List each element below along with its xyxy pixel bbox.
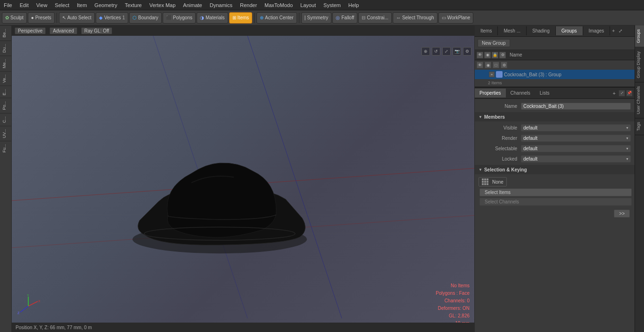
auto-select-button[interactable]: ↖ Auto Select bbox=[59, 12, 95, 24]
group-eye-icon[interactable]: 👁 bbox=[477, 62, 483, 68]
rs-tab-user-channels[interactable]: User Channels bbox=[635, 82, 644, 119]
groups-panel: New Group 👁 ◉ 🔒 ⚙ Name 👁 ◉ □ ⚙ bbox=[475, 37, 635, 332]
polygons-button[interactable]: ⬛ Polygons bbox=[163, 12, 196, 24]
group-lock-icon[interactable]: □ bbox=[493, 62, 499, 68]
props-tab-properties[interactable]: Properties bbox=[475, 89, 506, 97]
name-value[interactable] bbox=[521, 103, 631, 110]
menu-texture[interactable]: Texture bbox=[121, 1, 146, 9]
render-select[interactable]: default bbox=[521, 135, 631, 142]
action-center-icon: ⊕ bbox=[260, 15, 264, 20]
tab-shading[interactable]: Shading bbox=[527, 26, 556, 35]
menu-view[interactable]: View bbox=[33, 1, 51, 9]
ray-gl-button[interactable]: Ray GL: Off bbox=[81, 27, 113, 34]
sidebar-tab-ve[interactable]: Ve... bbox=[0, 71, 11, 86]
menu-geometry[interactable]: Geometry bbox=[91, 1, 121, 9]
menu-layout[interactable]: Layout bbox=[297, 1, 320, 9]
visible-select-container[interactable]: default bbox=[521, 124, 631, 131]
locked-select[interactable]: default bbox=[521, 155, 631, 162]
eye-icon[interactable]: 👁 bbox=[477, 52, 483, 58]
group-toggle-icon[interactable]: + bbox=[489, 72, 495, 77]
expand-right-icon[interactable]: + bbox=[610, 27, 617, 34]
name-input[interactable] bbox=[521, 103, 631, 110]
visible-select[interactable]: default bbox=[521, 124, 631, 131]
constraints-button[interactable]: ⊟ Constrai... bbox=[358, 12, 392, 24]
new-group-button[interactable]: New Group bbox=[478, 39, 510, 47]
menu-dynamics[interactable]: Dynamics bbox=[206, 1, 236, 9]
tab-images[interactable]: Images bbox=[583, 26, 611, 35]
sidebar-tab-uv[interactable]: UV... bbox=[0, 126, 11, 141]
collapse-right-icon[interactable]: ⤢ bbox=[617, 27, 624, 34]
advanced-button[interactable]: Advanced bbox=[50, 27, 77, 34]
menu-maxtomodo[interactable]: MaxToModo bbox=[261, 1, 297, 9]
menu-render[interactable]: Render bbox=[236, 1, 261, 9]
tab-mesh[interactable]: Mesh ... bbox=[498, 26, 527, 35]
select-through-button[interactable]: ↔ Select Through bbox=[393, 12, 438, 24]
sidebar-tab-be[interactable]: Be... bbox=[0, 25, 11, 40]
menu-animate[interactable]: Animate bbox=[179, 1, 206, 9]
rs-tab-groups[interactable]: Groups bbox=[635, 25, 644, 48]
presets-button[interactable]: ● Presets bbox=[28, 12, 55, 24]
selectable-select[interactable]: default bbox=[521, 145, 631, 152]
sidebar-tab-po[interactable]: Po... bbox=[0, 98, 11, 113]
viewport-move-icon[interactable]: ⊕ bbox=[421, 47, 430, 56]
select-channels-button[interactable]: Select Channels bbox=[479, 198, 632, 206]
sculpt-icon: ✿ bbox=[5, 15, 9, 20]
group-expand-icon[interactable]: ⚙ bbox=[501, 62, 507, 68]
falloff-icon: ◎ bbox=[336, 15, 340, 20]
none-button[interactable]: None bbox=[479, 177, 507, 186]
falloff-button[interactable]: ◎ Falloff bbox=[332, 12, 357, 24]
props-tab-add[interactable]: + bbox=[610, 89, 619, 97]
settings-icon[interactable]: ⚙ bbox=[499, 52, 506, 58]
viewport-rotate-icon[interactable]: ↺ bbox=[432, 47, 440, 56]
workplane-button[interactable]: ▭ WorkPlane bbox=[438, 12, 474, 24]
group-item-cockroach[interactable]: + Cockroach_Bait (3) : Group bbox=[475, 70, 635, 79]
viewport[interactable]: Perspective Advanced Ray GL: Off bbox=[12, 25, 474, 332]
selectable-select-container[interactable]: default bbox=[521, 145, 631, 152]
viewport-settings-icon[interactable]: ⚙ bbox=[463, 47, 471, 56]
props-pin-icon[interactable]: 📌 bbox=[626, 90, 633, 97]
viewport-canvas[interactable]: ⊕ ↺ ⤢ 📷 ⚙ X Y Z No Items P bbox=[12, 36, 474, 332]
members-section-header[interactable]: ▼ Members bbox=[475, 112, 635, 121]
render-icon[interactable]: ◉ bbox=[484, 52, 491, 58]
sidebar-tab-du[interactable]: Du... bbox=[0, 40, 11, 56]
vertices-button[interactable]: ◆ Vertices 1 bbox=[96, 12, 128, 24]
perspective-button[interactable]: Perspective bbox=[15, 27, 46, 34]
tab-items[interactable]: Items bbox=[475, 26, 498, 35]
menu-edit[interactable]: Edit bbox=[16, 1, 33, 9]
groups-list: 👁 ◉ □ ⚙ + Cockroach_Bait (3) : Group 2 I… bbox=[475, 60, 635, 87]
sidebar-tab-fu[interactable]: Fu... bbox=[0, 141, 11, 155]
menu-system[interactable]: System bbox=[320, 1, 345, 9]
menu-item[interactable]: Item bbox=[73, 1, 91, 9]
lock-icon[interactable]: 🔒 bbox=[492, 52, 498, 58]
symmetry-button[interactable]: | Symmetry bbox=[301, 12, 332, 24]
tab-groups[interactable]: Groups bbox=[556, 26, 583, 35]
menu-file[interactable]: File bbox=[0, 1, 16, 9]
viewport-fit-icon[interactable]: ⤢ bbox=[442, 47, 451, 56]
sidebar-tab-c[interactable]: C... bbox=[0, 113, 11, 126]
sculpt-button[interactable]: ✿ Sculpt bbox=[2, 12, 27, 24]
menu-vertex-map[interactable]: Vertex Map bbox=[146, 1, 180, 9]
props-tab-lists[interactable]: Lists bbox=[535, 89, 554, 97]
keying-buttons: Select Items Select Channels bbox=[475, 188, 635, 208]
action-center-button[interactable]: ⊕ Action Center bbox=[256, 12, 297, 24]
sidebar-tab-e[interactable]: E... bbox=[0, 86, 11, 98]
select-items-button[interactable]: Select Items bbox=[479, 188, 632, 196]
rs-tab-group-display[interactable]: Group Display bbox=[635, 48, 644, 82]
expand-arrow-button[interactable]: >> bbox=[614, 210, 630, 218]
menu-help[interactable]: Help bbox=[345, 1, 363, 9]
boundary-button[interactable]: ⬡ Boundary bbox=[129, 12, 162, 24]
props-expand-icon[interactable]: ⤢ bbox=[619, 90, 625, 97]
coords-label: Position X, Y, Z: 66 mm, 77 mm, 0 m bbox=[16, 325, 92, 330]
locked-select-container[interactable]: default bbox=[521, 155, 631, 162]
render-select-container[interactable]: default bbox=[521, 135, 631, 142]
menu-select[interactable]: Select bbox=[51, 1, 73, 9]
none-grid-icon bbox=[482, 178, 488, 185]
props-tab-channels[interactable]: Channels bbox=[506, 89, 535, 97]
selection-keying-header[interactable]: ▼ Selection & Keying bbox=[475, 165, 635, 174]
rs-tab-tags[interactable]: Tags bbox=[635, 118, 644, 135]
sidebar-tab-me[interactable]: Me... bbox=[0, 56, 11, 71]
materials-button[interactable]: ◑ Materials bbox=[197, 12, 228, 24]
group-render-icon[interactable]: ◉ bbox=[485, 62, 491, 68]
viewport-camera-icon[interactable]: 📷 bbox=[453, 47, 461, 56]
items-button[interactable]: ⊞ Items bbox=[229, 12, 252, 24]
